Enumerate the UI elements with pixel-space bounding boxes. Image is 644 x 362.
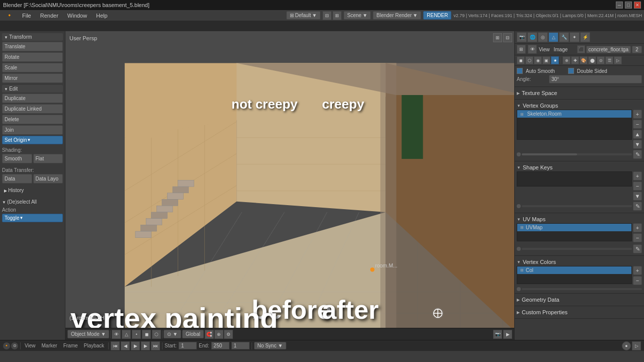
menu-render[interactable]: Render <box>36 12 62 20</box>
split-horizontal-icon[interactable]: ⊟ <box>323 11 332 20</box>
data-button[interactable]: Data <box>2 174 32 184</box>
modifier2-icon[interactable]: ☰ <box>605 56 613 64</box>
transform-section-title[interactable]: Transform <box>2 33 63 41</box>
shade-wire-icon[interactable]: ⬡ <box>525 56 533 64</box>
custom-properties-title[interactable]: Custom Properties <box>517 308 642 316</box>
blender-logo-icon[interactable]: 🔸 <box>3 342 10 349</box>
shape-keys-list[interactable] <box>517 171 632 187</box>
angle-value[interactable]: 30° <box>549 75 642 83</box>
solid-btn[interactable]: ◼ <box>142 330 151 339</box>
vgroup-item-skeleton[interactable]: ⊞ Skeleton.Room <box>517 110 631 118</box>
no-sync-select[interactable]: No Sync ▼ <box>254 342 286 349</box>
physics-props-icon[interactable]: ⚡ <box>580 32 590 42</box>
render-button[interactable]: RENDER <box>423 11 451 20</box>
vg-circle-btn[interactable] <box>517 152 521 156</box>
global-btn[interactable]: Global <box>182 330 204 338</box>
shade-material-icon[interactable]: ◉ <box>534 56 542 64</box>
uv-map-list[interactable]: ⊞ UVMap <box>517 223 632 241</box>
view-menu[interactable]: View <box>23 342 38 349</box>
sk-remove-btn[interactable]: − <box>633 182 642 191</box>
menu-help[interactable]: Help <box>92 12 112 20</box>
vcol-circle-btn[interactable] <box>517 287 521 291</box>
rotate-button[interactable]: Rotate <box>2 52 63 62</box>
view-tab[interactable]: View <box>539 47 550 52</box>
prev-frame-btn[interactable]: ◀ <box>121 341 130 350</box>
vg-up-btn[interactable]: ▲ <box>633 130 642 139</box>
object-props-icon[interactable]: △ <box>548 32 558 42</box>
geometry-data-title[interactable]: Geometry Data <box>517 296 642 304</box>
vertex-groups-title[interactable]: Vertex Groups <box>517 102 642 110</box>
vcol-list[interactable]: ⊞ Col <box>517 266 632 284</box>
edit-section-title[interactable]: Edit <box>2 85 63 93</box>
snap-icon[interactable]: ⊙ <box>597 56 605 64</box>
uv-edit-btn[interactable]: ✎ <box>633 244 642 253</box>
frame-current-input[interactable] <box>231 342 250 349</box>
modifier-props-icon[interactable]: 🔧 <box>559 32 569 42</box>
minimize-button[interactable]: ─ <box>616 2 623 9</box>
vg-edit-btn[interactable]: ✎ <box>633 150 642 159</box>
point-btn[interactable]: • <box>132 330 141 339</box>
play-btn[interactable]: ▶ <box>131 341 140 350</box>
translate-button[interactable]: Translate <box>2 42 63 51</box>
particle-props-icon[interactable]: ✦ <box>570 32 580 42</box>
settings-icon[interactable]: ⚙ <box>224 330 233 339</box>
split-vertical-icon[interactable]: ⊞ <box>333 11 342 20</box>
double-sided-checkbox[interactable] <box>568 68 574 74</box>
vg-remove-btn[interactable]: − <box>633 120 642 129</box>
nav-icon-1[interactable]: ⊞ <box>493 33 502 42</box>
sk-edit-btn[interactable]: ✎ <box>633 202 642 211</box>
render-dot[interactable]: ● <box>622 341 631 350</box>
vcol-add-btn[interactable]: + <box>633 266 642 275</box>
image-tab[interactable]: Image <box>554 47 568 52</box>
shade-texture-icon[interactable]: ▣ <box>542 56 550 64</box>
flat-button[interactable]: Flat <box>33 154 63 163</box>
scene-selector[interactable]: Scene ▼ <box>344 11 371 20</box>
vg-down-btn[interactable]: ▼ <box>633 140 642 149</box>
view-btn[interactable]: 👁 <box>112 330 121 339</box>
end-value-input[interactable] <box>211 342 229 349</box>
uv-add-btn[interactable]: + <box>633 223 642 232</box>
render-props-icon[interactable]: 📷 <box>517 32 527 42</box>
uv-remove-btn[interactable]: − <box>633 233 642 242</box>
renderer-selector[interactable]: Blender Render ▼ <box>373 11 421 20</box>
scale-button[interactable]: Scale <box>2 63 63 72</box>
vertex-colors-title[interactable]: Vertex Colors <box>517 258 642 266</box>
viewport[interactable]: room.M... User Persp not creepy creepy b… <box>65 31 514 340</box>
close-button[interactable]: ✕ <box>634 2 641 9</box>
proportional-icon[interactable]: ⊕ <box>214 330 223 339</box>
screen-layout-selector[interactable]: ⊞ Default ▼ <box>286 11 320 20</box>
vertex-group-list[interactable]: ⊞ Skeleton.Room <box>517 110 632 140</box>
viewport-mode-btn[interactable]: Object Mode ▼ <box>67 330 109 338</box>
smooth-button[interactable]: Smooth <box>2 154 32 163</box>
nav-icon-2[interactable]: ⊟ <box>503 33 512 42</box>
uv-circle-btn[interactable] <box>517 247 521 251</box>
render2-icon[interactable]: ▷ <box>614 56 622 64</box>
world-props-icon[interactable]: ◎ <box>538 32 548 42</box>
view-icon[interactable]: ⊞ <box>517 45 526 54</box>
sk-down-btn[interactable]: ▼ <box>633 192 642 201</box>
vcol-item[interactable]: ⊞ Col <box>517 266 631 274</box>
wire-btn[interactable]: ⬡ <box>152 330 161 339</box>
eye-icon[interactable]: 👁 <box>528 45 537 54</box>
uv-maps-title[interactable]: UV Maps <box>517 215 642 223</box>
maximize-button[interactable]: □ <box>625 2 632 9</box>
duplicate-button[interactable]: Duplicate <box>2 94 63 103</box>
shade-solid-icon[interactable]: ◼ <box>517 56 525 64</box>
vg-add-btn[interactable]: + <box>633 110 642 119</box>
pivot-btn[interactable]: ⊙ ▼ <box>164 330 181 338</box>
tex-icon-1[interactable]: ⬛ <box>577 45 585 53</box>
xray-icon[interactable]: ✚ <box>571 56 579 64</box>
sculpt-icon[interactable]: ⬤ <box>588 56 596 64</box>
overlay-icon[interactable]: ⊕ <box>562 56 571 64</box>
shade-vertex-icon[interactable]: ★ <box>551 56 559 64</box>
jump-end-btn[interactable]: ⏭ <box>151 341 160 350</box>
sk-circle-btn[interactable] <box>517 204 521 208</box>
game-icon[interactable]: ▶ <box>503 330 512 339</box>
deselect-title[interactable]: (De)select All <box>2 198 63 206</box>
scene-props-icon[interactable]: 🌐 <box>527 32 537 42</box>
uvmap-item[interactable]: ⊞ UVMap <box>517 224 631 231</box>
paint-icon[interactable]: 🎨 <box>580 56 588 64</box>
jump-start-btn[interactable]: ⏮ <box>111 341 120 350</box>
history-title[interactable]: History <box>2 187 63 194</box>
texture-space-title[interactable]: Texture Space <box>517 89 642 97</box>
